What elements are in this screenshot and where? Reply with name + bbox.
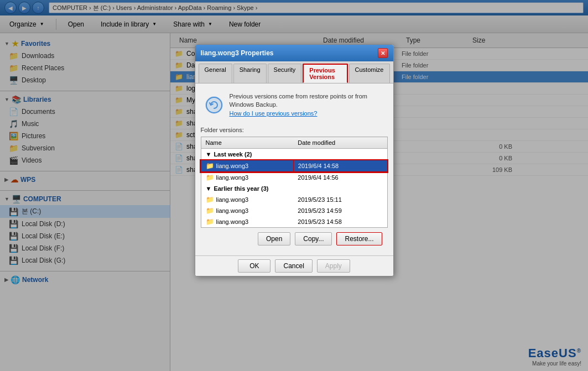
- version-row-4[interactable]: 📁liang.wong3 2019/5/23 14:59: [201, 205, 387, 216]
- version-row-2[interactable]: 📁liang.wong3 2019/6/4 14:56: [201, 172, 387, 184]
- version-row-5[interactable]: 📁liang.wong3 2019/5/23 14:58: [201, 216, 387, 228]
- versions-table: Name Date modified ▼Last week (2) 📁liang…: [201, 137, 388, 228]
- version-folder-icon-1: 📁: [206, 162, 214, 170]
- svg-point-0: [205, 96, 223, 114]
- dialog-tabs: General Sharing Security Previous Versio…: [195, 61, 393, 83]
- version-name-1: liang.wong3: [216, 163, 249, 169]
- dialog-title-bar: liang.wong3 Properties ✕: [195, 45, 393, 61]
- version-row-1[interactable]: 📁liang.wong3 2019/6/4 14:58: [201, 160, 387, 172]
- tab-sharing[interactable]: Sharing: [233, 64, 267, 83]
- dialog-overlay: liang.wong3 Properties ✕ General Sharing…: [0, 0, 588, 371]
- version-folder-icon-3: 📁: [206, 196, 214, 203]
- version-date-3: 2019/5/23 15:11: [293, 194, 387, 205]
- expand-arrow-lastweek: ▼: [206, 151, 212, 158]
- group-header-last-week: ▼Last week (2): [201, 149, 387, 160]
- folder-versions-label: Folder versions:: [201, 127, 388, 133]
- version-name-2: liang.wong3: [216, 174, 249, 181]
- info-main-text: Previous versions come from restore poin…: [230, 93, 367, 108]
- open-version-button[interactable]: Open: [258, 232, 290, 245]
- dialog-action-buttons: Open Copy... Restore...: [201, 228, 388, 250]
- version-name-4: liang.wong3: [216, 207, 249, 214]
- tab-previous-versions[interactable]: Previous Versions: [303, 64, 347, 83]
- version-folder-icon-4: 📁: [206, 207, 214, 215]
- apply-button[interactable]: Apply: [317, 259, 350, 273]
- version-name-3: liang.wong3: [216, 196, 249, 203]
- expand-arrow-earlier: ▼: [206, 185, 212, 192]
- copy-version-button[interactable]: Copy...: [295, 232, 332, 245]
- tab-security[interactable]: Security: [268, 64, 302, 83]
- restore-version-button[interactable]: Restore...: [336, 232, 382, 245]
- version-date-4: 2019/5/23 14:59: [293, 205, 387, 216]
- dialog-bottom-buttons: OK Cancel Apply: [195, 255, 393, 276]
- dialog-body: Previous versions come from restore poin…: [195, 83, 393, 255]
- restore-point-icon: [204, 95, 224, 115]
- ok-button[interactable]: OK: [238, 259, 270, 273]
- version-folder-icon-5: 📁: [206, 218, 214, 226]
- tab-general[interactable]: General: [199, 64, 232, 83]
- cancel-button[interactable]: Cancel: [275, 259, 312, 273]
- version-date-2: 2019/6/4 14:56: [293, 172, 387, 184]
- tab-customize[interactable]: Customize: [349, 64, 390, 83]
- info-link[interactable]: How do I use previous versions?: [230, 110, 318, 117]
- group-label-last-week: Last week (2): [214, 151, 252, 158]
- info-text: Previous versions come from restore poin…: [230, 92, 384, 118]
- table-name-header: Name: [201, 137, 293, 149]
- dialog-close-button[interactable]: ✕: [378, 48, 388, 58]
- dialog-title: liang.wong3 Properties: [201, 49, 274, 57]
- group-header-earlier-year: ▼Earlier this year (3): [201, 183, 387, 194]
- group-label-earlier: Earlier this year (3): [214, 185, 268, 192]
- table-date-header: Date modified: [293, 137, 387, 149]
- version-folder-icon-2: 📁: [206, 174, 214, 181]
- version-row-3[interactable]: 📁liang.wong3 2019/5/23 15:11: [201, 194, 387, 205]
- properties-dialog: liang.wong3 Properties ✕ General Sharing…: [195, 44, 394, 276]
- version-date-5: 2019/5/23 14:58: [293, 216, 387, 228]
- version-name-5: liang.wong3: [216, 218, 249, 225]
- version-date-1: 2019/6/4 14:58: [293, 160, 387, 172]
- dialog-info-row: Previous versions come from restore poin…: [201, 89, 388, 121]
